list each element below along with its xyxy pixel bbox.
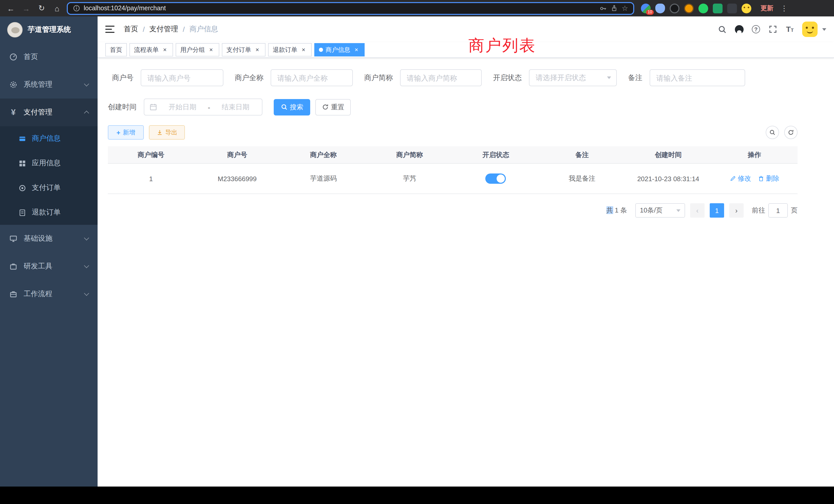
extension-icon[interactable] <box>698 3 708 13</box>
breadcrumb-payment[interactable]: 支付管理 <box>150 25 178 34</box>
sidebar-item-app-info[interactable]: 应用信息 <box>0 151 97 176</box>
tab-process-form[interactable]: 流程表单 × <box>129 43 173 56</box>
password-key-icon[interactable] <box>599 4 607 12</box>
profile-extension-icon[interactable] <box>684 3 694 13</box>
close-icon[interactable]: × <box>353 46 360 53</box>
tab-user-group[interactable]: 用户分组 × <box>176 43 219 56</box>
forward-icon[interactable]: → <box>20 2 33 15</box>
close-icon[interactable]: × <box>300 46 307 53</box>
emoji-avatar-icon[interactable] <box>742 3 751 13</box>
main-area: 首页 / 支付管理 / 商户信息 ? TT <box>97 17 834 486</box>
refresh-table-button[interactable] <box>784 126 797 139</box>
remark-input[interactable] <box>650 69 745 86</box>
table-header-row: 商户编号 商户号 商户全称 商户简称 开启状态 备注 创建时间 操作 <box>108 146 797 164</box>
close-icon[interactable]: × <box>207 46 215 53</box>
tab-home[interactable]: 首页 <box>105 43 127 56</box>
filter-short-name: 商户简称 <box>364 69 482 86</box>
sidebar-item-label: 退款订单 <box>32 208 61 217</box>
share-icon[interactable] <box>611 5 618 12</box>
close-icon[interactable]: × <box>254 46 261 53</box>
extension-icon[interactable] <box>727 3 737 13</box>
font-size-icon[interactable]: TT <box>785 25 794 34</box>
sidebar-item-system[interactable]: 系统管理 <box>0 71 97 98</box>
cell-actions: 修改 删除 <box>711 164 797 194</box>
goto-suffix: 页 <box>791 206 797 215</box>
browser-menu-icon[interactable]: ⋮ <box>780 4 789 12</box>
pagination: 共 1 条 10条/页 ‹ 1 › 前往 页 <box>108 203 797 217</box>
fullscreen-icon[interactable] <box>768 25 777 34</box>
extension-icon[interactable] <box>670 3 679 13</box>
github-icon[interactable] <box>734 25 744 34</box>
date-range-picker[interactable]: 开始日期 - 结束日期 <box>144 98 262 115</box>
bookmark-star-icon[interactable]: ☆ <box>622 5 628 12</box>
page-size-select[interactable]: 10条/页 <box>635 203 685 217</box>
browser-update-button[interactable]: 更新 <box>758 2 776 14</box>
extension-icon[interactable] <box>713 3 723 13</box>
search-button[interactable]: 搜索 <box>274 99 310 115</box>
sidebar-item-devtools[interactable]: 研发工具 <box>0 253 97 280</box>
tab-refund-order[interactable]: 退款订单 × <box>268 43 312 56</box>
reset-button[interactable]: 重置 <box>315 99 351 115</box>
col-header: 商户全称 <box>280 146 367 164</box>
col-header: 操作 <box>711 146 797 164</box>
avatar-caret-icon[interactable] <box>822 28 826 30</box>
full-name-input[interactable] <box>271 69 353 86</box>
table-toolbar: + 新增 导出 <box>108 125 797 140</box>
sidebar-item-refund-order[interactable]: 退款订单 <box>0 200 97 225</box>
sidebar-item-label: 基础设施 <box>24 234 52 243</box>
back-icon[interactable]: ← <box>4 2 18 15</box>
sidebar-item-merchant-info[interactable]: 商户信息 <box>0 126 97 151</box>
sidebar-item-payment[interactable]: ¥ 支付管理 <box>0 98 97 126</box>
tab-label: 退款订单 <box>273 45 297 54</box>
refresh-icon <box>788 129 794 136</box>
sidebar-item-workflow[interactable]: 工作流程 <box>0 280 97 308</box>
tab-label: 首页 <box>110 45 122 54</box>
address-bar[interactable]: localhost:1024/pay/merchant ☆ <box>67 2 634 15</box>
tab-merchant-info[interactable]: 商户信息 × <box>314 43 365 56</box>
merchant-no-input[interactable] <box>141 69 223 86</box>
toolbox-icon <box>9 262 18 271</box>
extension-icon[interactable] <box>655 3 665 13</box>
avatar[interactable] <box>802 22 817 37</box>
breadcrumb-home[interactable]: 首页 <box>124 25 138 34</box>
search-icon[interactable] <box>718 25 727 34</box>
browser-nav-buttons: ← → ↻ ⌂ <box>4 2 64 15</box>
download-icon <box>156 129 162 136</box>
page-info-icon[interactable] <box>73 5 80 12</box>
tab-label: 支付订单 <box>226 45 251 54</box>
dashboard-icon <box>9 53 18 61</box>
reload-icon[interactable]: ↻ <box>35 2 48 15</box>
navbar-actions: ? TT <box>718 22 826 37</box>
delete-link[interactable]: 删除 <box>758 174 779 183</box>
add-button[interactable]: + 新增 <box>108 125 144 140</box>
status-toggle[interactable] <box>486 174 506 184</box>
breadcrumb-separator: / <box>143 25 145 33</box>
export-button[interactable]: 导出 <box>149 125 185 140</box>
sidebar-item-pay-order[interactable]: 支付订单 <box>0 176 97 200</box>
date-end-placeholder[interactable]: 结束日期 <box>214 102 257 112</box>
toggle-search-button[interactable] <box>766 126 779 139</box>
browser-toolbar: ← → ↻ ⌂ localhost:1024/pay/merchant ☆ 10 <box>0 0 834 17</box>
sidebar-toggle-icon[interactable] <box>105 26 114 33</box>
close-icon[interactable]: × <box>161 46 169 53</box>
edit-link[interactable]: 修改 <box>729 174 751 183</box>
home-icon[interactable]: ⌂ <box>50 2 64 15</box>
date-start-placeholder[interactable]: 开始日期 <box>161 102 204 112</box>
goto-page-input[interactable] <box>768 203 788 217</box>
chevron-down-icon <box>84 263 89 268</box>
prev-page-button[interactable]: ‹ <box>690 203 705 217</box>
next-page-button[interactable]: › <box>729 203 744 217</box>
sidebar-item-infra[interactable]: 基础设施 <box>0 225 97 253</box>
help-icon[interactable]: ? <box>751 25 761 34</box>
filter-status: 开启状态 请选择开启状态 <box>493 69 617 86</box>
app-title: 芋道管理系统 <box>28 25 71 35</box>
status-select[interactable]: 请选择开启状态 <box>529 69 617 86</box>
extension-icon[interactable]: 10 <box>641 3 651 13</box>
plus-icon: + <box>116 129 120 136</box>
page-number-button[interactable]: 1 <box>710 203 724 217</box>
tab-pay-order[interactable]: 支付订单 × <box>222 43 265 56</box>
short-name-input[interactable] <box>400 69 482 86</box>
url-text[interactable]: localhost:1024/pay/merchant <box>84 5 596 12</box>
sidebar-item-home[interactable]: 首页 <box>0 43 97 71</box>
app-logo[interactable]: 芋道管理系统 <box>0 17 97 43</box>
